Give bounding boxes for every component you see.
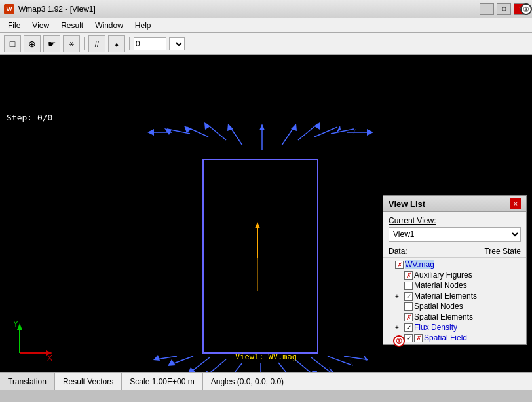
spatial-field-checkbox2[interactable] [414,334,423,342]
current-view-section: Current View: View1 [383,212,526,246]
minimize-button[interactable]: − [480,3,494,15]
spatial-nodes-label: Spatial Nodes [414,302,463,311]
tree-item-flux-density: + Flux Density [383,322,526,333]
tree-item-material-nodes: Material Nodes [383,280,526,291]
spatial-field-checkbox1[interactable] [404,334,413,342]
material-nodes-checkbox[interactable] [404,282,413,290]
spatial-nodes-checkbox[interactable] [404,302,413,311]
tree-root: − WV.mag [383,259,526,270]
view-list-panel: View List × Current View: View1 Data: Tr… [383,195,527,345]
canvas-area: Step: 0/0 [0,55,532,372]
tree-item-spatial-elements: Spatial Elements [383,312,526,322]
toolbar-btn-select[interactable]: □ [4,35,21,52]
svg-line-44 [328,356,351,365]
panel-title: View List [389,199,425,209]
material-elements-checkbox[interactable] [404,292,413,301]
svg-marker-11 [184,126,191,133]
view-select[interactable]: View1 [389,227,521,242]
svg-marker-25 [367,129,373,136]
svg-text:X: X [47,354,52,363]
svg-text:Y: Y [13,320,18,329]
menu-file[interactable]: File [3,20,26,31]
status-result-vectors[interactable]: Result Vectors [55,373,122,390]
status-scale[interactable]: Scale 1.00E+00 m [122,373,202,390]
material-elements-label: Material Elements [414,291,477,301]
material-elements-expand[interactable]: + [395,293,403,300]
svg-marker-9 [204,122,210,130]
spatial-field-label: Spatial Field [424,333,467,342]
data-tree-header: Data: Tree State [383,246,526,258]
toolbar-sep2 [129,37,130,50]
svg-line-30 [206,359,226,372]
toolbar-sep1 [84,37,85,50]
tree-container: − WV.mag Auxiliary Figures Material Node… [383,258,526,344]
status-bar: Translation Result Vectors Scale 1.00E+0… [0,372,532,390]
viewport-label: View1: WV.mag [235,352,297,361]
menu-window[interactable]: Window [90,20,128,31]
root-checkbox[interactable] [395,261,404,269]
menu-help[interactable]: Help [130,20,157,31]
aux-figures-label: Auxiliary Figures [414,270,472,280]
svg-line-28 [229,363,242,372]
panel-close-button[interactable]: × [510,198,521,209]
toolbar-btn-arrow[interactable]: ⬧ [108,35,125,52]
app-icon: W [4,4,14,14]
panel-header: View List × [383,196,526,212]
toolbar-btn-hand[interactable]: ☛ [43,35,60,52]
flux-density-expand[interactable]: + [395,324,403,331]
svg-marker-45 [349,359,353,366]
spatial-elements-checkbox[interactable] [404,313,413,321]
svg-line-38 [278,363,292,372]
step-dropdown[interactable] [169,37,185,50]
svg-marker-47 [364,355,368,361]
toolbar-btn-hash[interactable]: # [88,35,105,52]
menu-result[interactable]: Result [56,20,88,31]
tree-state-label: Tree State [484,247,521,256]
title-text: Wmap3 1.92 - [View1] [18,5,96,14]
spatial-elements-label: Spatial Elements [414,312,473,321]
svg-marker-37 [153,355,160,361]
title-bar: W Wmap3 1.92 - [View1] − □ × [0,0,532,18]
svg-rect-0 [203,160,318,353]
toolbar-btn-node[interactable]: ⚹ [63,35,80,52]
status-translation[interactable]: Translation [0,373,55,390]
flux-density-label: Flux Density [414,323,457,332]
flux-density-checkbox[interactable] [404,323,413,332]
title-bar-left: W Wmap3 1.92 - [View1] [4,4,96,14]
root-label: WV.mag [405,260,434,269]
menu-view[interactable]: View [27,20,54,31]
maximize-button[interactable]: □ [497,3,511,15]
svg-marker-41 [312,371,317,372]
step-input[interactable] [134,37,166,50]
toolbar: □ ⊕ ☛ ⚹ # ⬧ [0,33,532,55]
svg-marker-15 [147,129,154,136]
svg-marker-31 [204,371,212,372]
tree-item-material-elements: + Material Elements [383,291,526,301]
menu-bar: File View Result Window Help [0,18,532,33]
data-label: Data: [389,247,408,256]
material-nodes-label: Material Nodes [414,281,467,290]
svg-line-40 [295,359,314,372]
svg-line-22 [331,129,354,134]
svg-line-46 [344,356,366,359]
current-view-label: Current View: [389,216,521,225]
tree-item-spatial-nodes: Spatial Nodes [383,301,526,312]
tree-item-aux-figures: Auxiliary Figures [383,270,526,280]
badge-1: ① [393,335,405,347]
svg-line-42 [311,357,331,372]
status-angles[interactable]: Angles (0.0, 0.0, 0.0) [203,373,292,390]
aux-figures-checkbox[interactable] [404,271,413,280]
root-expand-icon[interactable]: − [386,261,394,268]
toolbar-btn-circle[interactable]: ⊕ [24,35,41,52]
badge-2: ② [520,3,532,15]
svg-marker-2 [255,222,260,228]
svg-marker-19 [314,122,320,130]
svg-marker-5 [259,124,265,130]
